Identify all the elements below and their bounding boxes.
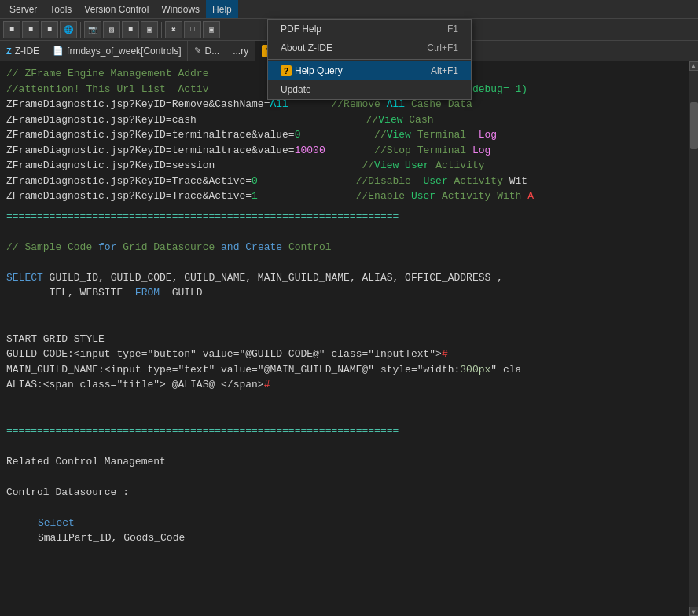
menu-pdf-help-shortcut: F1 (447, 24, 458, 35)
code-small-part: SmallPart_ID, Goods_Code (6, 530, 682, 546)
code-select-label: Select (6, 515, 682, 531)
scroll-down-btn[interactable]: ▼ (689, 607, 699, 616)
code-alias: ALIAS:<span class="title"> @ALIAS@ </spa… (6, 377, 682, 393)
toolbar-btn-4[interactable]: 🌐 (60, 21, 77, 38)
code-blank-7 (6, 438, 682, 454)
menu-pdf-help[interactable]: PDF Help F1 (268, 20, 471, 38)
code-line-5: ZFrameDiagnostic.jsp?KeyID=terminaltrace… (6, 127, 682, 143)
menu-help[interactable]: Help (206, 0, 238, 18)
code-from-line: TEL, WEBSITE FROM GUILD (6, 285, 682, 301)
tab-zide-icon: Z (6, 46, 12, 56)
code-blank-5 (6, 393, 682, 409)
menu-tools[interactable]: Tools (43, 0, 78, 18)
toolbar-btn-11[interactable]: ▣ (203, 21, 220, 38)
code-line-4: ZFrameDiagnostic.jsp?KeyID=cash //View C… (6, 112, 682, 128)
toolbar-sep-1 (80, 22, 81, 38)
code-line-7: ZFrameDiagnostic.jsp?KeyID=session //Vie… (6, 158, 682, 174)
code-blank-4 (6, 316, 682, 332)
toolbar-btn-1[interactable]: ■ (3, 21, 20, 38)
main-content: // ZFrame Engine Management Addre //atte… (0, 61, 698, 616)
code-blank-6 (6, 408, 682, 424)
menu-version-control[interactable]: Version Control (78, 0, 155, 18)
toolbar-btn-3[interactable]: ■ (41, 21, 58, 38)
editor-area[interactable]: // ZFrame Engine Management Addre //atte… (0, 61, 689, 616)
toolbar-sep-2 (161, 22, 162, 38)
tab-d-icon: ✎ (194, 46, 201, 56)
menu-about-zide-label: About Z-IDE (281, 42, 332, 53)
code-blank-3 (6, 301, 682, 317)
tab-ry-label: ...ry (233, 46, 248, 57)
toolbar-btn-2[interactable]: ■ (22, 21, 39, 38)
menu-bar: Server Tools Version Control Windows Hel… (0, 0, 698, 19)
tab-ry[interactable]: ...ry (226, 41, 255, 60)
toolbar-btn-10[interactable]: □ (184, 21, 201, 38)
menu-update-label: Update (281, 84, 311, 95)
separator-2: ========================================… (6, 424, 682, 439)
code-blank-2 (6, 255, 682, 270)
code-main-guild: MAIN_GUILD_NAME:<input type="text" value… (6, 362, 682, 378)
tab-zide[interactable]: Z Z-IDE (0, 41, 46, 60)
help-query-menu-icon: ? (281, 65, 292, 76)
code-sample-comment: // Sample Code for Grid Datasource and C… (6, 240, 682, 255)
toolbar-btn-9[interactable]: ✖ (165, 21, 182, 38)
code-control-datasource: Control Datasource : (6, 485, 682, 500)
help-dropdown-menu: PDF Help F1 About Z-IDE Ctrl+F1 ? Help Q… (267, 19, 472, 100)
menu-about-zide[interactable]: About Z-IDE Ctrl+F1 (268, 38, 471, 57)
code-guild-code: GUILD_CODE:<input type="button" value="@… (6, 346, 682, 362)
code-start-grid: START_GRID_STYLE (6, 332, 682, 347)
tab-zide-label: Z-IDE (15, 46, 39, 57)
code-line-6: ZFrameDiagnostic.jsp?KeyID=terminaltrace… (6, 143, 682, 159)
tab-d[interactable]: ✎ D... (188, 41, 226, 60)
toolbar-btn-6[interactable]: ▨ (103, 21, 120, 38)
menu-about-zide-shortcut: Ctrl+F1 (427, 42, 458, 53)
separator-1: ========================================… (6, 209, 682, 225)
code-related-control: Related Control Management (6, 454, 682, 470)
menu-help-query-label: Help Query (295, 65, 343, 76)
code-blank-8 (6, 469, 682, 485)
menu-help-query-shortcut: Alt+F1 (431, 65, 458, 76)
code-blank-1 (6, 224, 682, 240)
menu-help-query[interactable]: ? Help Query Alt+F1 (268, 61, 471, 80)
menu-windows[interactable]: Windows (155, 0, 206, 18)
code-select-line: SELECT GUILD_ID, GUILD_CODE, GUILD_NAME,… (6, 270, 682, 286)
code-line-9: ZFrameDiagnostic.jsp?KeyID=Trace&Active=… (6, 189, 682, 204)
tab-frmdays[interactable]: 📄 frmdays_of_week[Controls] (46, 41, 188, 60)
menu-update[interactable]: Update (268, 80, 471, 99)
toolbar-btn-5[interactable]: 📷 (84, 21, 101, 38)
code-blank-9 (6, 500, 682, 515)
tab-frmdays-label: frmdays_of_week[Controls] (67, 46, 181, 57)
code-line-8: ZFrameDiagnostic.jsp?KeyID=Trace&Active=… (6, 174, 682, 189)
tab-frmdays-icon: 📄 (53, 46, 64, 56)
toolbar-btn-8[interactable]: ▣ (141, 21, 158, 38)
menu-separator (268, 59, 471, 60)
scrollbar-vertical[interactable]: ▲ ▼ (689, 61, 698, 616)
toolbar-btn-7[interactable]: ■ (122, 21, 139, 38)
tab-d-label: D... (204, 46, 219, 57)
scroll-thumb[interactable] (690, 102, 698, 149)
scroll-up-btn[interactable]: ▲ (689, 61, 699, 71)
menu-server[interactable]: Server (3, 0, 43, 18)
menu-pdf-help-label: PDF Help (281, 24, 321, 35)
